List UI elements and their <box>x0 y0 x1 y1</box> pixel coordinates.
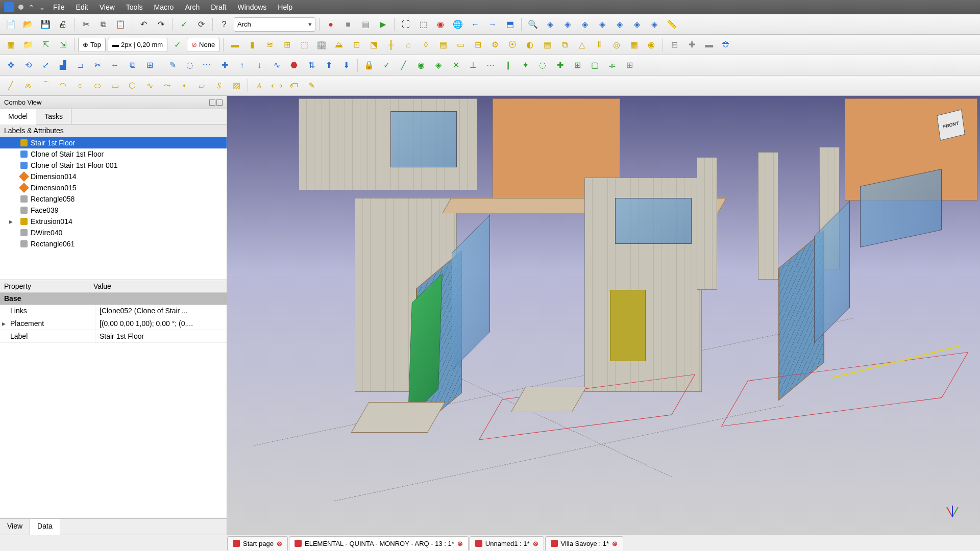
arch-space-icon[interactable]: ◊ <box>418 37 433 53</box>
paste-icon[interactable]: 📋 <box>113 17 128 32</box>
fillet-icon[interactable]: ⌒ <box>38 78 53 93</box>
flip-dim-icon[interactable]: ⇅ <box>304 58 319 73</box>
arch-wall-icon[interactable]: ▬ <box>227 37 242 53</box>
arch-frame-icon[interactable]: ⊟ <box>470 37 485 53</box>
view-top-box[interactable]: ⊕Top <box>78 38 106 52</box>
save-icon[interactable]: 💾 <box>38 17 53 32</box>
arch-floor-icon[interactable]: ⬚ <box>297 37 312 53</box>
toggle-grid-icon[interactable]: ⊞ <box>622 58 637 73</box>
snap-wp-icon[interactable]: ▢ <box>587 58 602 73</box>
iso-view-icon[interactable]: ◈ <box>543 17 558 32</box>
construction-mode-icon[interactable]: ✓ <box>169 37 185 53</box>
circle-icon[interactable]: ○ <box>72 78 88 93</box>
tab-tasks[interactable]: Tasks <box>36 109 71 124</box>
macro-list-icon[interactable]: ▤ <box>358 17 373 32</box>
menu-edit[interactable]: Edit <box>71 1 93 13</box>
draw-style-icon[interactable]: ◉ <box>433 17 448 32</box>
snap-dim-icon[interactable]: ⟚ <box>604 58 620 73</box>
3d-viewport[interactable] <box>227 96 980 535</box>
arch-section-icon[interactable]: ⬔ <box>366 37 381 53</box>
property-row[interactable]: Links[Clone052 (Clone of Stair ... <box>0 305 227 317</box>
trimex-icon[interactable]: ✂ <box>90 58 105 73</box>
dimension-icon[interactable]: ⟷ <box>269 78 284 93</box>
shapestring-icon[interactable]: 𝑆 <box>211 78 227 93</box>
tab-model[interactable]: Model <box>0 109 36 124</box>
navcube-face[interactable] <box>937 109 965 141</box>
snap-end-icon[interactable]: ✓ <box>379 58 394 73</box>
rear-view-icon[interactable]: ◈ <box>612 17 627 32</box>
line-style-box[interactable]: ▬2px | 0,20 mm <box>108 38 167 52</box>
hatch-icon[interactable]: ▨ <box>229 78 244 93</box>
top-view-icon[interactable]: ◈ <box>577 17 593 32</box>
prop-value[interactable]: [Clone052 (Clone of Stair ... <box>95 305 227 317</box>
rectangle-icon[interactable]: ▭ <box>107 78 122 93</box>
navigation-cube[interactable] <box>928 102 974 148</box>
copy-icon[interactable]: ⧉ <box>95 17 111 32</box>
tree-item[interactable]: Dimension015 <box>0 182 227 193</box>
edit-icon[interactable]: ✎ <box>165 58 180 73</box>
annotation-style-icon[interactable]: ✎ <box>304 78 319 93</box>
tree-item[interactable]: Dimension014 <box>0 171 227 182</box>
left-view-icon[interactable]: ◈ <box>647 17 662 32</box>
arch-structure-icon[interactable]: ▮ <box>244 37 260 53</box>
arch-schedule-icon[interactable]: ▤ <box>540 37 555 53</box>
property-row[interactable]: ▸Placement[(0,00 0,00 1,00); 0,00 °; (0,… <box>0 317 227 330</box>
close-tab-icon[interactable]: ⊗ <box>533 540 538 547</box>
arch-equipment-icon[interactable]: ⚙ <box>487 37 503 53</box>
snap-ext-icon[interactable]: ⋯ <box>483 58 498 73</box>
new-file-icon[interactable]: 📄 <box>3 17 18 32</box>
snap-angle-icon[interactable]: ◈ <box>431 58 446 73</box>
snap-perp-icon[interactable]: ⊥ <box>465 58 481 73</box>
snap-near-icon[interactable]: ◌ <box>535 58 550 73</box>
arch-panel-icon[interactable]: ▭ <box>453 37 468 53</box>
fill-none-box[interactable]: ⊘None <box>187 38 219 52</box>
caret-down-icon[interactable]: ⌄ <box>39 4 45 11</box>
add-point-icon[interactable]: ✚ <box>217 58 232 73</box>
tree-item[interactable]: Clone of Stair 1st Floor 001 <box>0 160 227 171</box>
play-macro-icon[interactable]: ▶ <box>375 17 390 32</box>
draft2sketch-icon[interactable]: ∿ <box>269 58 284 73</box>
arch-component-icon[interactable]: ◉ <box>644 37 659 53</box>
arch-profile-icon[interactable]: Ⅱ <box>592 37 607 53</box>
polygon-icon[interactable]: ⬡ <box>125 78 140 93</box>
measure-icon[interactable]: 📏 <box>664 17 679 32</box>
tree-item-stair[interactable]: Stair 1st Floor <box>0 137 227 148</box>
open-file-icon[interactable]: 📂 <box>20 17 36 32</box>
arch-helmet-icon[interactable]: ⛑ <box>719 37 734 53</box>
tree-item[interactable]: Clone of Stair 1st Floor <box>0 148 227 160</box>
arch-site-icon[interactable]: ⛰ <box>331 37 347 53</box>
arch-export-icon[interactable]: ⇲ <box>55 37 70 53</box>
snap-grid-icon[interactable]: ⊞ <box>570 58 585 73</box>
arch-window-icon[interactable]: ⊡ <box>349 37 364 53</box>
snap-spec-icon[interactable]: ✦ <box>518 58 533 73</box>
downgrade-icon[interactable]: ⬇ <box>338 58 354 73</box>
whats-this-icon[interactable]: ? <box>216 17 232 32</box>
array-icon[interactable]: ⊞ <box>142 58 157 73</box>
tree-item[interactable]: ▸Extrusion014 <box>0 216 227 227</box>
arc-icon[interactable]: ◠ <box>55 78 70 93</box>
stretch-icon[interactable]: ↔ <box>107 58 122 73</box>
workbench-selector[interactable]: Arch ▾ <box>234 17 315 32</box>
redo-icon[interactable]: ↷ <box>153 17 168 32</box>
arch-remove-icon[interactable]: ▬ <box>701 37 717 53</box>
menu-macro[interactable]: Macro <box>149 1 179 13</box>
arch-rebar-icon[interactable]: ≋ <box>262 37 277 53</box>
close-tab-icon[interactable]: ⊗ <box>277 540 282 547</box>
nav-forward-icon[interactable]: → <box>485 17 500 32</box>
stop-macro-icon[interactable]: ■ <box>340 17 356 32</box>
arch-building-icon[interactable]: 🏢 <box>314 37 329 53</box>
menu-windows[interactable]: Windows <box>233 1 272 13</box>
tab-data[interactable]: Data <box>30 519 60 535</box>
tree-item[interactable]: Face039 <box>0 205 227 216</box>
close-tab-icon[interactable]: ⊗ <box>457 540 463 547</box>
arch-grid-icon[interactable]: ⊞ <box>279 37 295 53</box>
menu-draft[interactable]: Draft <box>206 1 231 13</box>
arch-stairs-icon[interactable]: ▤ <box>435 37 451 53</box>
doc-tab-unnamed[interactable]: Unnamed1 : 1*⊗ <box>470 536 544 550</box>
prop-value[interactable]: [(0,00 0,00 1,00); 0,00 °; (0,... <box>95 317 227 330</box>
caret-up-icon[interactable]: ⌃ <box>29 4 34 11</box>
tree-item[interactable]: Rectangle058 <box>0 193 227 205</box>
snap-center-icon[interactable]: ◉ <box>413 58 429 73</box>
rotate-icon[interactable]: ⟲ <box>20 58 36 73</box>
snap-int-icon[interactable]: ✕ <box>448 58 463 73</box>
